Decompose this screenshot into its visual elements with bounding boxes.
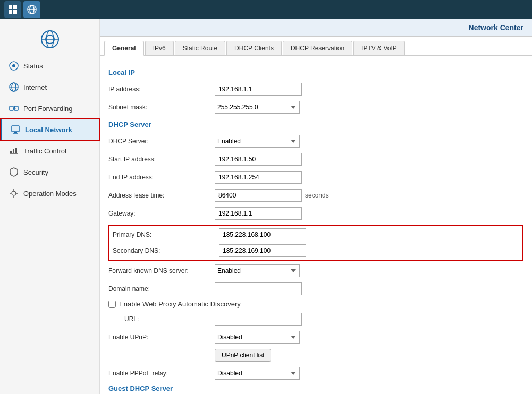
url-row: URL: [108, 312, 523, 326]
upnp-client-list-row: UPnP client list [108, 348, 523, 362]
sidebar-item-security[interactable]: Security [0, 161, 99, 183]
svg-rect-23 [10, 151, 12, 153]
tab-ipv6[interactable]: IPv6 [145, 41, 174, 55]
sidebar-item-operation-modes[interactable]: Operation Modes [0, 183, 99, 204]
svg-rect-24 [13, 149, 14, 153]
ip-address-label: IP address: [108, 85, 215, 93]
tab-general[interactable]: General [104, 41, 144, 56]
subnet-mask-label: Subnet mask: [108, 104, 215, 111]
wpad-row: Enable Web Proxy Automatic Discovery [108, 300, 523, 308]
guest-dhcp-section-header: Guest DHCP Server [108, 384, 523, 394]
tabs-bar: General IPv6 Static Route DHCP Clients D… [100, 37, 532, 56]
gateway-label: Gateway: [108, 210, 215, 217]
upnp-select[interactable]: Disabled Enabled [215, 331, 300, 344]
page-header: Network Center [100, 19, 532, 37]
svg-rect-19 [12, 126, 19, 132]
sidebar: Status Internet Port Forwarding Local Ne… [0, 19, 100, 394]
dhcp-server-select[interactable]: Enabled Disabled [215, 135, 300, 148]
sidebar-item-internet[interactable]: Internet [0, 76, 99, 98]
pppoe-relay-select[interactable]: Disabled Enabled [215, 367, 300, 380]
tab-dhcp-reservation[interactable]: DHCP Reservation [283, 41, 352, 55]
local-ip-section-header: Local IP [108, 68, 523, 79]
tab-dhcp-clients[interactable]: DHCP Clients [226, 41, 282, 55]
address-lease-label: Address lease time: [108, 192, 215, 199]
address-lease-suffix: seconds [305, 192, 329, 199]
primary-dns-label: Primary DNS: [113, 231, 219, 238]
pppoe-relay-label: Enable PPPoE relay: [108, 370, 215, 377]
svg-rect-3 [13, 10, 17, 14]
top-bar [0, 0, 532, 19]
domain-name-row: Domain name: [108, 282, 523, 296]
domain-name-input[interactable] [215, 282, 302, 295]
gateway-input[interactable] [215, 207, 302, 220]
secondary-dns-input[interactable] [219, 244, 306, 257]
url-input[interactable] [215, 313, 302, 326]
subnet-mask-select[interactable]: 255.255.255.0 255.255.0.0 255.0.0.0 [215, 101, 300, 114]
wpad-checkbox[interactable] [108, 301, 116, 308]
primary-dns-row: Primary DNS: [113, 228, 519, 242]
network-icon-button[interactable] [23, 1, 40, 18]
svg-rect-1 [13, 5, 17, 9]
forward-dns-select[interactable]: Enabled Disabled [215, 264, 300, 277]
start-ip-label: Start IP address: [108, 156, 215, 163]
main-content: Network Center General IPv6 Static Route… [100, 19, 532, 394]
sidebar-item-security-label: Security [23, 168, 48, 176]
page-title: Network Center [469, 23, 523, 32]
svg-point-26 [12, 191, 16, 195]
upnp-row: Enable UPnP: Disabled Enabled [108, 330, 523, 344]
address-lease-input[interactable] [215, 189, 302, 202]
sidebar-item-status-label: Status [23, 62, 43, 70]
sidebar-item-traffic-control-label: Traffic Control [23, 147, 66, 155]
primary-dns-input[interactable] [219, 228, 306, 241]
end-ip-input[interactable] [215, 171, 302, 184]
wpad-label: Enable Web Proxy Automatic Discovery [119, 300, 241, 308]
layout: Status Internet Port Forwarding Local Ne… [0, 19, 532, 394]
gateway-row: Gateway: [108, 207, 523, 220]
url-label: URL: [108, 315, 215, 323]
svg-rect-16 [10, 106, 13, 110]
sidebar-item-local-network-label: Local Network [25, 126, 72, 134]
upnp-client-list-button[interactable]: UPnP client list [215, 349, 271, 362]
sidebar-item-operation-modes-label: Operation Modes [23, 190, 77, 198]
pppoe-relay-row: Enable PPPoE relay: Disabled Enabled [108, 366, 523, 380]
dhcp-server-label: DHCP Server: [108, 138, 215, 145]
sidebar-item-port-forwarding[interactable]: Port Forwarding [0, 98, 99, 119]
dns-highlight-box: Primary DNS: Secondary DNS: [108, 225, 523, 261]
svg-rect-0 [9, 5, 12, 9]
ip-address-row: IP address: [108, 82, 523, 96]
end-ip-label: End IP address: [108, 174, 215, 181]
sidebar-item-traffic-control[interactable]: Traffic Control [0, 140, 99, 161]
svg-rect-17 [14, 106, 18, 110]
end-ip-row: End IP address: [108, 170, 523, 184]
tab-static-route[interactable]: Static Route [175, 41, 225, 55]
forward-dns-row: Forward known DNS server: Enabled Disabl… [108, 264, 523, 278]
address-lease-row: Address lease time: seconds [108, 189, 523, 202]
start-ip-row: Start IP address: [108, 152, 523, 166]
secondary-dns-row: Secondary DNS: [113, 244, 519, 258]
secondary-dns-label: Secondary DNS: [113, 247, 219, 254]
svg-rect-25 [15, 148, 17, 153]
forward-dns-label: Forward known DNS server: [108, 267, 215, 275]
grid-icon-button[interactable] [4, 1, 21, 18]
domain-name-label: Domain name: [108, 285, 215, 293]
dhcp-server-row: DHCP Server: Enabled Disabled [108, 134, 523, 148]
upnp-label: Enable UPnP: [108, 333, 215, 341]
sidebar-item-port-forwarding-label: Port Forwarding [23, 105, 72, 113]
sidebar-logo [0, 23, 99, 55]
ip-address-input[interactable] [215, 83, 302, 96]
svg-point-12 [12, 64, 15, 67]
subnet-mask-row: Subnet mask: 255.255.255.0 255.255.0.0 2… [108, 100, 523, 114]
dhcp-server-section-header: DHCP Server [108, 121, 523, 131]
svg-rect-2 [9, 10, 12, 14]
tab-iptv-voip[interactable]: IPTV & VoIP [353, 41, 405, 55]
sidebar-item-status[interactable]: Status [0, 55, 99, 76]
sidebar-item-internet-label: Internet [23, 83, 47, 91]
start-ip-input[interactable] [215, 153, 302, 166]
general-tab-content: Local IP IP address: Subnet mask: 255.25… [100, 56, 532, 394]
sidebar-item-local-network[interactable]: Local Network [0, 119, 99, 140]
